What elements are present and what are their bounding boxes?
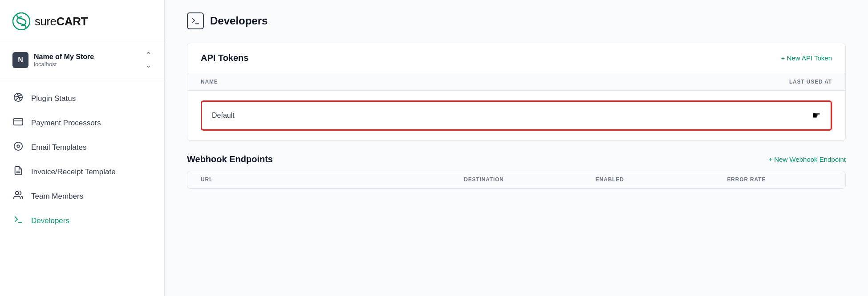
api-tokens-header: API Tokens + New API Token (187, 43, 845, 73)
sidebar-item-plugin-status[interactable]: Plugin Status (0, 86, 164, 111)
api-token-name: Default (212, 112, 235, 120)
payment-processors-icon (12, 117, 24, 129)
page-header: Developers (187, 12, 846, 29)
svg-rect-2 (14, 119, 23, 125)
col-error-rate-header: ERROR RATE (714, 171, 845, 188)
svg-point-0 (13, 13, 30, 30)
api-tokens-title: API Tokens (201, 53, 248, 63)
chevron-updown-icon: ⌃⌄ (145, 50, 152, 70)
webhook-header-row: Webhook Endpoints + New Webhook Endpoint (187, 154, 846, 164)
api-tokens-section: API Tokens + New API Token NAME LAST USE… (187, 43, 846, 141)
api-token-row-default[interactable]: Default ☛ (201, 100, 832, 131)
col-enabled-header: ENABLED (582, 171, 714, 188)
api-tokens-col-headers: NAME LAST USED AT (187, 73, 845, 91)
main-content: Developers API Tokens + New API Token NA… (165, 0, 868, 296)
webhook-title: Webhook Endpoints (187, 154, 273, 164)
svg-point-8 (16, 192, 19, 195)
webhook-col-headers: URL DESTINATION ENABLED ERROR RATE (187, 171, 845, 188)
sidebar-item-label-plugin-status: Plugin Status (31, 94, 76, 103)
sidebar-item-label-invoice-template: Invoice/Receipt Template (31, 168, 116, 176)
sidebar-item-label-developers: Developers (31, 216, 69, 225)
team-members-icon (12, 190, 24, 202)
developers-page-icon (187, 12, 204, 29)
col-name-header: NAME (187, 73, 776, 90)
sidebar: sureCART N Name of My Store localhost ⌃⌄… (0, 0, 165, 296)
sidebar-item-invoice-template[interactable]: Invoice/Receipt Template (0, 160, 164, 184)
store-name: Name of My Store (34, 52, 140, 61)
sidebar-nav: Plugin Status Payment Processors Email T… (0, 79, 164, 296)
svg-point-4 (14, 142, 22, 150)
developers-icon (12, 215, 24, 227)
api-tokens-rows-container: Default ☛ (187, 91, 845, 140)
webhook-endpoints-section: URL DESTINATION ENABLED ERROR RATE (187, 171, 846, 189)
plugin-status-icon (12, 92, 24, 104)
invoice-template-icon (12, 166, 24, 178)
sidebar-item-label-email-templates: Email Templates (31, 143, 86, 152)
col-last-used-header: LAST USED AT (776, 73, 845, 90)
pointer-icon: ☛ (812, 110, 821, 121)
store-info: Name of My Store localhost (34, 52, 140, 68)
store-avatar: N (12, 52, 28, 68)
page-title: Developers (210, 15, 268, 27)
sidebar-item-developers[interactable]: Developers (0, 208, 164, 233)
surecart-logo-icon (12, 12, 30, 30)
new-api-token-button[interactable]: + New API Token (781, 54, 832, 62)
store-selector[interactable]: N Name of My Store localhost ⌃⌄ (0, 41, 164, 79)
sidebar-item-email-templates[interactable]: Email Templates (0, 135, 164, 160)
logo-text: sureCART (35, 15, 88, 28)
sidebar-item-team-members[interactable]: Team Members (0, 184, 164, 208)
sidebar-item-label-payment-processors: Payment Processors (31, 119, 101, 128)
col-url-header: URL (187, 171, 450, 188)
sidebar-item-label-team-members: Team Members (31, 192, 83, 201)
new-webhook-button[interactable]: + New Webhook Endpoint (768, 156, 846, 163)
store-url: localhost (34, 61, 140, 68)
col-destination-header: DESTINATION (450, 171, 582, 188)
svg-point-5 (17, 145, 20, 148)
email-templates-icon (12, 141, 24, 153)
logo-area: sureCART (0, 0, 164, 41)
sidebar-item-payment-processors[interactable]: Payment Processors (0, 111, 164, 135)
